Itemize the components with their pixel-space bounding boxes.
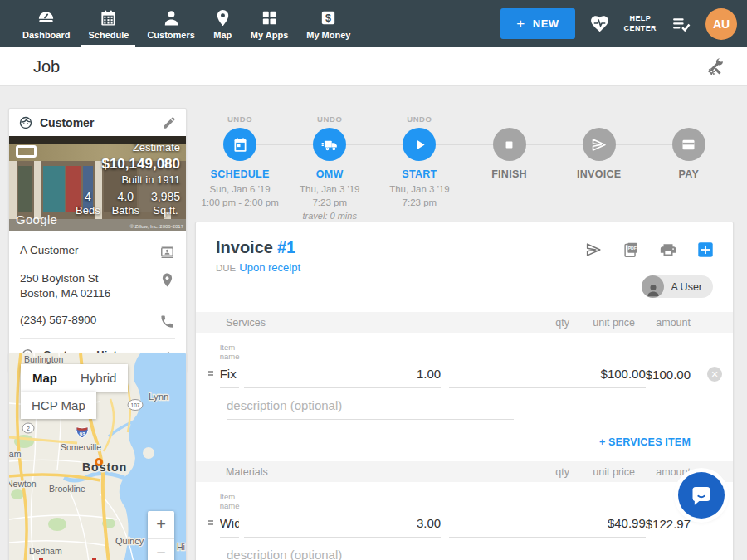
map-widget: 107 2 93 Burlington Lynn Somerville ham … bbox=[8, 353, 187, 560]
hcp-map-button[interactable]: HCP Map bbox=[21, 392, 96, 419]
print-icon[interactable] bbox=[659, 241, 677, 259]
map-label-dedham: Dedham bbox=[29, 546, 62, 556]
materials-section-header: Materials qty unit price amount bbox=[196, 461, 733, 482]
invoice-header: Invoice#1 DUEUpon receipt PDF A User bbox=[196, 222, 733, 312]
job-tools-icon[interactable] bbox=[706, 57, 725, 77]
pdf-icon[interactable]: PDF bbox=[622, 241, 640, 259]
phone-icon[interactable] bbox=[159, 314, 175, 329]
service-name-input[interactable] bbox=[220, 367, 240, 388]
delete-service-item-button[interactable]: ✕ bbox=[707, 367, 722, 382]
google-watermark: Google bbox=[16, 212, 57, 226]
travel-time: travel: 0 mins bbox=[303, 211, 357, 221]
hybrid-button[interactable]: Hybrid bbox=[69, 364, 128, 392]
edit-pencil-icon[interactable] bbox=[162, 115, 177, 130]
chat-launcher-button[interactable] bbox=[678, 472, 725, 519]
list-check-icon[interactable] bbox=[671, 13, 691, 34]
service-qty-input[interactable] bbox=[244, 367, 441, 388]
omw-step-button[interactable] bbox=[313, 128, 346, 161]
map-label-boston: Boston bbox=[82, 460, 127, 474]
customer-card-header: Customer bbox=[9, 109, 186, 136]
nav-item-my-money[interactable]: $ My Money bbox=[297, 0, 359, 47]
add-invoice-icon[interactable] bbox=[696, 241, 715, 259]
drag-handle[interactable] bbox=[208, 369, 213, 377]
service-unit-price-input[interactable] bbox=[449, 367, 646, 388]
route-shield-107: 107 bbox=[128, 400, 143, 411]
schedule-step-button[interactable] bbox=[223, 128, 256, 161]
calendar-icon bbox=[232, 136, 249, 153]
contact-card-icon[interactable] bbox=[159, 244, 175, 260]
services-section-header: Services qty unit price amount bbox=[196, 312, 733, 333]
map-label-brookline: Brookline bbox=[49, 484, 85, 494]
step-label: FINISH bbox=[491, 168, 527, 180]
person-silhouette-icon bbox=[645, 281, 662, 298]
service-amount: $100.00 bbox=[646, 368, 691, 388]
map-label-hingham: Hi bbox=[177, 542, 185, 552]
send-icon bbox=[590, 136, 608, 153]
service-item-row: Item name $100.00 ✕ bbox=[196, 333, 733, 388]
send-invoice-icon[interactable] bbox=[584, 241, 603, 259]
zoom-out-button[interactable]: − bbox=[148, 539, 174, 560]
step-dates: Sun, Jan 6 '191:00 pm - 2:00 pm bbox=[201, 183, 278, 209]
map-label-somerville: Somerville bbox=[61, 442, 101, 452]
qty-column-header: qty bbox=[517, 466, 569, 478]
drag-handle[interactable] bbox=[208, 519, 213, 527]
service-description-row bbox=[227, 398, 514, 420]
svg-text:93: 93 bbox=[79, 431, 85, 437]
nav-label: Customers bbox=[147, 30, 194, 40]
undo-start-button[interactable]: UNDO bbox=[407, 114, 432, 124]
service-description-input[interactable] bbox=[227, 398, 514, 420]
play-icon bbox=[411, 136, 428, 153]
due-label: DUE bbox=[216, 263, 236, 273]
nav-item-dashboard[interactable]: Dashboard bbox=[13, 0, 79, 47]
start-step-button[interactable] bbox=[403, 128, 436, 161]
nav-item-customers[interactable]: Customers bbox=[138, 0, 203, 47]
user-avatar[interactable]: AU bbox=[706, 8, 737, 40]
material-unit-price-input[interactable] bbox=[449, 516, 646, 538]
invoice-due: DUEUpon receipt bbox=[216, 261, 713, 274]
nav-item-map[interactable]: Map bbox=[204, 0, 242, 47]
amount-column-header: amount bbox=[635, 466, 691, 478]
job-location-pin bbox=[95, 458, 103, 466]
step-label: PAY bbox=[679, 168, 700, 180]
invoice-step-button[interactable] bbox=[583, 128, 616, 161]
page-header: Job bbox=[0, 47, 747, 86]
heart-pulse-icon[interactable] bbox=[589, 13, 610, 34]
material-item-row: Item name $122.97 bbox=[196, 482, 733, 538]
nav-label: My Money bbox=[306, 30, 350, 40]
new-button[interactable]: + NEW bbox=[500, 8, 574, 39]
map-button[interactable]: Map bbox=[21, 364, 69, 392]
nav-label: My Apps bbox=[251, 30, 288, 40]
svg-text:PDF: PDF bbox=[628, 246, 637, 251]
finish-step-button[interactable] bbox=[493, 128, 526, 161]
page-title: Job bbox=[33, 57, 60, 76]
undo-omw-button[interactable]: UNDO bbox=[317, 114, 342, 124]
svg-text:2: 2 bbox=[27, 426, 30, 431]
material-name-input[interactable] bbox=[220, 516, 240, 538]
truck-icon bbox=[321, 136, 339, 153]
customer-name-row: A Customer bbox=[20, 237, 175, 265]
nav-item-my-apps[interactable]: My Apps bbox=[242, 0, 297, 47]
due-value-link[interactable]: Upon receipt bbox=[239, 261, 300, 274]
zoom-in-button[interactable]: + bbox=[148, 511, 174, 538]
map-label-burlington: Burlington bbox=[24, 354, 63, 364]
nav-item-schedule[interactable]: Schedule bbox=[79, 0, 138, 47]
material-amount: $122.97 bbox=[646, 517, 691, 538]
assigned-user-chip[interactable]: A User bbox=[642, 275, 713, 298]
step-label: OMW bbox=[316, 168, 344, 180]
help-center-link[interactable]: HELP CENTER bbox=[624, 14, 657, 33]
map-label-lynn: Lynn bbox=[149, 392, 169, 402]
person-icon bbox=[162, 8, 181, 27]
map-zoom-control: + − bbox=[148, 511, 174, 560]
nav-label: Schedule bbox=[88, 30, 129, 40]
pay-step-button[interactable] bbox=[672, 128, 706, 161]
unit-price-column-header: unit price bbox=[578, 466, 635, 478]
material-description-input[interactable] bbox=[227, 548, 514, 560]
street-view-toggle-icon[interactable] bbox=[16, 145, 37, 158]
location-pin-icon[interactable] bbox=[159, 272, 175, 288]
material-qty-input[interactable] bbox=[244, 516, 441, 538]
material-description-row bbox=[227, 548, 514, 560]
zillow-copyright: © Zillow, Inc. 2006-2017 bbox=[130, 224, 183, 229]
add-services-item-button[interactable]: + SERVICES ITEM bbox=[599, 436, 691, 448]
item-name-label: Item name bbox=[220, 343, 240, 361]
undo-schedule-button[interactable]: UNDO bbox=[227, 114, 252, 124]
